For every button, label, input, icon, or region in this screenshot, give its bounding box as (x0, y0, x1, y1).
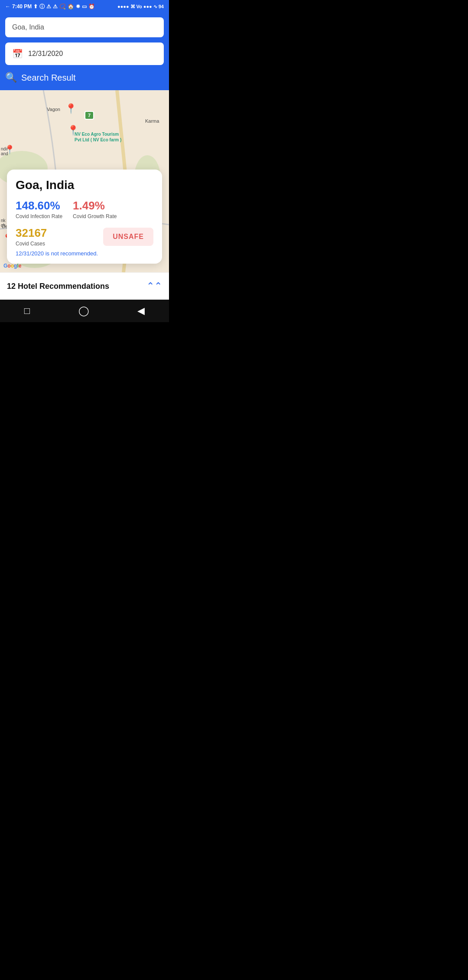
map-label-karma: Karma (145, 118, 159, 124)
bottom-row: 32167 Covid Cases UNSAFE (16, 226, 153, 247)
growth-rate-label: Covid Growth Rate (73, 213, 117, 219)
wifi-icon: ⌘ (130, 4, 135, 10)
map-label-nkch: nkch (1, 218, 6, 228)
google-logo: Google (3, 263, 21, 269)
location-value: Goa, India (12, 23, 44, 31)
whatsapp-icon: 📿 (59, 3, 66, 10)
route-badge: 7 (84, 111, 94, 120)
wifi2-icon: ∿ (153, 4, 157, 10)
map-label-vagon: Vagon (47, 107, 60, 112)
covid-cases-label: Covid Cases (16, 241, 47, 247)
map-label-nveco: NV Eco Agro TourismPvt Ltd ( NV Eco farm… (75, 131, 121, 143)
alarm-icon: ⏰ (88, 3, 95, 10)
cases-section: 32167 Covid Cases (16, 226, 47, 247)
chevron-up-icon[interactable]: ⌃⌃ (146, 281, 162, 292)
alert-icon: ⓘ (39, 3, 45, 10)
date-value: 12/31/2020 (28, 50, 63, 58)
growth-rate-value: 1.49% (73, 199, 117, 212)
signal-icon: ●●●● (117, 4, 129, 9)
growth-rate-stat: 1.49% Covid Growth Rate (73, 199, 117, 219)
unsafe-button[interactable]: UNSAFE (103, 228, 153, 246)
signal2-icon: ●●● (143, 4, 152, 9)
nav-back-icon[interactable]: ◀ (137, 305, 145, 317)
nav-circle-icon[interactable]: ◯ (78, 305, 89, 317)
warning-icon2: ⚠ (53, 3, 58, 10)
status-left: ← 7:40 PM ⬆ ⓘ ⚠ ⚠ 📿 🏠 ✸ ▭ ⏰ (5, 3, 95, 10)
info-card-title: Goa, India (16, 178, 153, 192)
search-icon: 🔍 (5, 72, 17, 83)
nav-square-icon[interactable]: □ (24, 305, 30, 317)
infection-rate-stat: 148.60% Covid Infection Rate (16, 199, 62, 219)
infection-rate-value: 148.60% (16, 199, 62, 212)
hotel-recommendations-bar[interactable]: 12 Hotel Recommendations ⌃⌃ (0, 272, 169, 300)
search-result-label: 🔍 Search Result (5, 72, 164, 83)
map-container[interactable]: 7 Vagon 📍 📍 NV Eco Agro TourismPvt Ltd (… (0, 90, 169, 272)
battery-percent: 94 (159, 4, 164, 9)
stats-row: 148.60% Covid Infection Rate 1.49% Covid… (16, 199, 153, 219)
map-label-left: ndirand (1, 147, 8, 156)
covid-cases-value: 32167 (16, 226, 47, 240)
header: Goa, India 📅 12/31/2020 🔍 Search Result (0, 13, 169, 90)
warning-icon: ⚠ (46, 3, 51, 10)
battery-icon: ▭ (82, 3, 87, 10)
back-arrow[interactable]: ← (5, 3, 10, 10)
hotel-bar-text: 12 Hotel Recommendations (7, 282, 109, 291)
upload-icon: ⬆ (33, 3, 38, 10)
info-card: Goa, India 148.60% Covid Infection Rate … (7, 170, 162, 264)
bluetooth-icon: ✸ (76, 3, 80, 10)
data-icon: Vo (136, 4, 142, 9)
not-recommended-text: 12/31/2020 is not recommended. (16, 250, 153, 257)
map-pin-temple1: 📍 (65, 103, 77, 114)
time-display: 7:40 PM (12, 3, 32, 10)
location-input[interactable]: Goa, India (5, 17, 164, 37)
nav-bar: □ ◯ ◀ (0, 300, 169, 322)
infection-rate-label: Covid Infection Rate (16, 213, 62, 219)
bank-icon: 🏠 (68, 3, 74, 10)
date-input[interactable]: 📅 12/31/2020 (5, 42, 164, 65)
calendar-icon: 📅 (12, 49, 23, 59)
search-result-text: Search Result (21, 73, 76, 83)
status-bar: ← 7:40 PM ⬆ ⓘ ⚠ ⚠ 📿 🏠 ✸ ▭ ⏰ ●●●● ⌘ Vo ●●… (0, 0, 169, 13)
status-right: ●●●● ⌘ Vo ●●● ∿ 94 (117, 4, 164, 10)
